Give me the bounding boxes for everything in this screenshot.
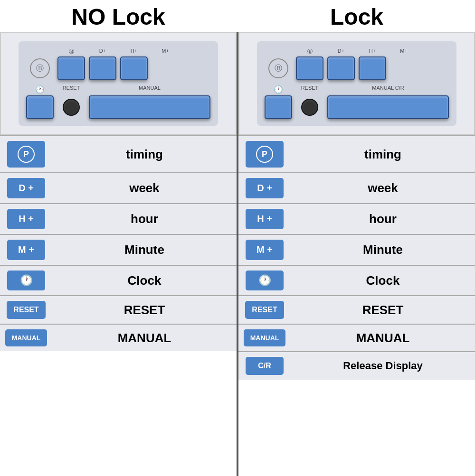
right-row-release: C/R Release Display: [238, 352, 475, 380]
right-btn-clock[interactable]: [265, 95, 292, 119]
left-cell-btn-reset: RESET: [0, 296, 52, 324]
right-row-minute: M + Minute: [238, 235, 475, 266]
left-label-reset-text: RESET: [52, 296, 237, 324]
right-label-hour: hour: [291, 204, 475, 234]
left-device-panel: Ⓑ D+ H+ M+ Ⓑ: [0, 32, 237, 135]
left-clock-symbol: 🕐: [35, 85, 45, 94]
label-dplus: D+: [89, 48, 116, 55]
label-mplus: M+: [152, 48, 179, 55]
lock-title: Lock: [330, 4, 383, 30]
right-tag-reset[interactable]: RESET: [245, 301, 284, 319]
left-btn-h[interactable]: [89, 56, 116, 80]
left-btn-manual[interactable]: [89, 95, 210, 119]
right-label-dplus: D+: [327, 48, 355, 55]
left-label-clock: Clock: [52, 266, 237, 295]
left-label-minute: Minute: [52, 235, 237, 265]
right-label-minute: Minute: [291, 235, 475, 265]
right-label-p: Ⓑ: [296, 48, 323, 55]
left-btn-circle[interactable]: [63, 99, 80, 116]
left-column: Ⓑ D+ H+ M+ Ⓑ: [0, 32, 237, 476]
right-label-reset-text: RESET: [291, 296, 475, 324]
right-cell-btn-minute: M +: [238, 235, 291, 265]
left-tag-hplus[interactable]: H +: [7, 209, 45, 229]
right-tag-manual[interactable]: MANUAL: [244, 329, 286, 346]
right-row-clock: 🕐 Clock: [238, 266, 475, 296]
right-btn-circle[interactable]: [301, 99, 318, 116]
right-row-manual: MANUAL MANUAL: [238, 325, 475, 352]
right-label-mplus: M+: [390, 48, 418, 55]
right-row-reset: RESET RESET: [238, 296, 475, 325]
right-clock-symbol: 🕐: [274, 85, 283, 94]
left-header: NO Lock: [0, 4, 237, 30]
right-header: Lock: [238, 4, 475, 30]
left-panel-body: Ⓑ D+ H+ M+ Ⓑ: [19, 41, 218, 126]
right-btn-d[interactable]: [296, 56, 323, 80]
right-row-hour: H + hour: [238, 204, 475, 235]
left-row-minute: M + Minute: [0, 235, 237, 266]
right-p-circle-icon: P: [256, 146, 273, 163]
left-tag-p[interactable]: P: [7, 141, 45, 168]
left-p-icon: Ⓑ: [30, 58, 50, 78]
right-tag-p[interactable]: P: [246, 141, 284, 168]
left-row-reset: RESET RESET: [0, 296, 237, 325]
left-cell-btn-week: D +: [0, 173, 52, 203]
right-tag-hplus[interactable]: H +: [246, 209, 284, 229]
right-cell-btn-cr: C/R: [238, 352, 291, 380]
left-label-manual: MANUAL: [89, 85, 210, 94]
right-btn-h[interactable]: [327, 56, 355, 80]
left-cell-btn-hour: H +: [0, 204, 52, 234]
left-btn-d[interactable]: [57, 56, 85, 80]
right-table: P timing D + week H + hour: [238, 135, 475, 476]
p-circle-icon: P: [18, 146, 35, 163]
right-row-week: D + week: [238, 173, 475, 204]
right-cell-btn-week: D +: [238, 173, 291, 203]
right-panel-body: Ⓑ D+ H+ M+ Ⓑ: [257, 41, 456, 126]
left-cell-btn-clock: 🕐: [0, 266, 52, 295]
right-cell-btn-timing: P: [238, 136, 291, 172]
right-tag-dplus[interactable]: D +: [246, 178, 284, 198]
left-tag-manual[interactable]: MANUAL: [5, 329, 48, 346]
left-label-manual-text: MANUAL: [52, 325, 237, 351]
right-label-hplus: H+: [359, 48, 386, 55]
left-clock-icon-btn[interactable]: 🕐: [7, 271, 45, 290]
right-btn-manual[interactable]: [327, 95, 449, 119]
right-label-timing: timing: [291, 136, 475, 172]
label-p: Ⓑ: [57, 48, 85, 55]
right-cell-btn-reset: RESET: [238, 296, 291, 324]
left-tag-dplus[interactable]: D +: [7, 178, 45, 198]
left-row-hour: H + hour: [0, 204, 237, 235]
left-btn-m[interactable]: [120, 56, 148, 80]
left-row-clock: 🕐 Clock: [0, 266, 237, 296]
right-label-manual-text: MANUAL: [291, 325, 475, 351]
right-cell-btn-hour: H +: [238, 204, 291, 234]
right-cell-btn-manual: MANUAL: [238, 325, 291, 351]
left-table: P timing D + week H + hour: [0, 135, 237, 476]
right-p-icon: Ⓑ: [268, 58, 288, 78]
right-tag-mplus[interactable]: M +: [246, 240, 284, 260]
left-cell-btn-manual: MANUAL: [0, 325, 52, 351]
label-hplus: H+: [120, 48, 148, 55]
right-row-timing: P timing: [238, 135, 475, 173]
right-clock-icon-btn[interactable]: 🕐: [246, 271, 284, 290]
left-label-hour: hour: [52, 204, 237, 234]
left-btn-clock[interactable]: [26, 95, 54, 119]
right-column: Ⓑ D+ H+ M+ Ⓑ: [238, 32, 475, 476]
left-row-timing: P timing: [0, 135, 237, 173]
right-label-clock: Clock: [291, 266, 475, 295]
left-label-reset: RESET: [57, 85, 85, 94]
left-row-week: D + week: [0, 173, 237, 204]
right-tag-cr[interactable]: C/R: [246, 357, 284, 375]
left-cell-btn-timing: P: [0, 136, 52, 172]
left-row-manual: MANUAL MANUAL: [0, 325, 237, 351]
right-btn-m[interactable]: [359, 56, 386, 80]
left-label-timing: timing: [52, 136, 237, 172]
right-label-reset: RESET: [296, 85, 323, 94]
no-lock-title: NO Lock: [71, 4, 165, 30]
left-tag-mplus[interactable]: M +: [7, 240, 45, 260]
right-device-panel: Ⓑ D+ H+ M+ Ⓑ: [238, 32, 475, 135]
left-label-week: week: [52, 173, 237, 203]
right-label-week: week: [291, 173, 475, 203]
left-cell-btn-minute: M +: [0, 235, 52, 265]
left-tag-reset[interactable]: RESET: [7, 301, 45, 319]
right-label-release: Release Display: [291, 352, 475, 380]
